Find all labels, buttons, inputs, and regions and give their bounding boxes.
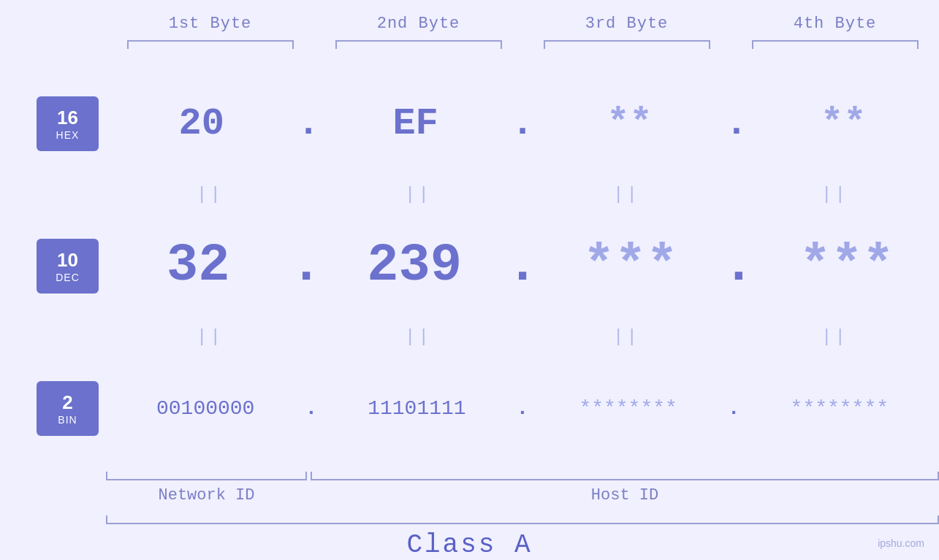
equals-cell-2-1: || <box>106 327 314 347</box>
equals-1-3: || <box>613 185 640 204</box>
equals-cell-1-2: || <box>314 185 522 204</box>
bin-dot1: . <box>305 397 317 420</box>
equals-cell-1-4: || <box>731 185 939 204</box>
bracket-cell-4 <box>731 40 939 49</box>
dec-badge-label: DEC <box>56 272 80 283</box>
bin-badge: 2 BIN <box>37 381 99 436</box>
hex-byte3-value: ** <box>607 102 652 145</box>
bin-dot2: . <box>517 397 529 420</box>
bracket-1 <box>127 40 294 49</box>
bin-byte3-cell: ******** <box>528 397 727 420</box>
bracket-3 <box>544 40 710 49</box>
top-bracket-row <box>0 40 939 49</box>
bottom-bracket-container <box>0 472 939 480</box>
hex-byte2-value: EF <box>392 102 438 145</box>
dec-byte3-value: *** <box>583 236 678 296</box>
host-id-label: Host ID <box>311 486 939 505</box>
network-id-label: Network ID <box>106 486 307 505</box>
equals-2-4: || <box>821 327 848 347</box>
dec-dot2: . <box>506 236 538 296</box>
class-label: Class A <box>406 530 532 560</box>
byte2-header: 2nd Byte <box>314 15 522 33</box>
equals-2-2: || <box>405 327 432 347</box>
equals-1-1: || <box>197 185 224 204</box>
equals-cell-2-2: || <box>314 327 522 347</box>
equals-2-1: || <box>197 327 224 347</box>
equals-cell-1-3: || <box>522 185 731 204</box>
equals-cell-1-1: || <box>106 185 314 204</box>
byte3-header: 3rd Byte <box>522 15 731 33</box>
class-bracket <box>106 515 939 524</box>
equals-cell-2-3: || <box>522 327 731 347</box>
bin-byte3-value: ******** <box>579 397 677 420</box>
equals-row-1: || || || || <box>0 185 939 204</box>
hex-badge-number: 16 <box>57 107 78 129</box>
byte-headers: 1st Byte 2nd Byte 3rd Byte 4th Byte <box>0 0 939 33</box>
equals-cell-2-4: || <box>731 327 939 347</box>
hex-badge: 16 HEX <box>37 96 99 151</box>
bin-badge-number: 2 <box>62 391 72 414</box>
bin-byte4-cell: ******** <box>740 397 939 420</box>
bracket-2 <box>335 40 502 49</box>
bin-values: 00100000 . 11101111 . ******** . *******… <box>106 397 939 420</box>
bracket-4 <box>752 40 919 49</box>
dec-byte2-value: 239 <box>367 236 462 296</box>
dec-dot3: . <box>723 236 754 296</box>
hex-values: 20 . EF . ** . ** <box>106 102 939 145</box>
dec-values: 32 . 239 . *** . *** <box>106 236 939 296</box>
byte4-header: 4th Byte <box>731 15 939 33</box>
dec-badge: 10 DEC <box>37 239 99 294</box>
bracket-cell-1 <box>106 40 314 49</box>
dec-badge-number: 10 <box>57 249 78 272</box>
class-label-row: Class A <box>0 530 939 560</box>
hex-data-row: 16 HEX 20 . EF . ** . ** <box>0 64 939 183</box>
hex-badge-label: HEX <box>56 129 80 141</box>
hex-dot1: . <box>297 102 320 145</box>
bin-byte2-value: 11101111 <box>368 397 465 420</box>
dec-byte4-value: *** <box>799 236 894 296</box>
host-id-bracket <box>311 472 939 480</box>
class-bracket-row <box>0 515 939 524</box>
hex-byte2-cell: EF <box>320 102 512 145</box>
bin-byte2-cell: 11101111 <box>317 397 516 420</box>
bin-dot3: . <box>728 397 740 420</box>
bin-byte1-value: 00100000 <box>156 397 254 420</box>
network-id-bracket <box>106 472 307 480</box>
hex-byte4-value: ** <box>821 102 866 145</box>
dec-byte1-value: 32 <box>167 236 229 296</box>
dec-dot1: . <box>291 236 322 296</box>
hex-byte1-cell: 20 <box>106 102 297 145</box>
dec-byte4-cell: *** <box>754 236 939 296</box>
equals-2-3: || <box>613 327 640 347</box>
hex-dot2: . <box>511 102 533 145</box>
equals-1-2: || <box>405 185 432 204</box>
watermark: ipshu.com <box>878 537 924 549</box>
dec-data-row: 10 DEC 32 . 239 . *** . *** <box>0 206 939 326</box>
bin-data-row: 2 BIN 00100000 . 11101111 . ******** . *… <box>0 348 939 468</box>
byte1-header: 1st Byte <box>106 15 314 33</box>
hex-dot3: . <box>725 102 748 145</box>
hex-byte1-value: 20 <box>179 102 224 145</box>
equals-1-4: || <box>821 185 848 204</box>
dec-byte2-cell: 239 <box>322 236 507 296</box>
page-container: 1st Byte 2nd Byte 3rd Byte 4th Byte 16 H… <box>0 0 939 560</box>
bracket-cell-2 <box>314 40 522 49</box>
hex-byte3-cell: ** <box>534 102 726 145</box>
dec-byte1-cell: 32 <box>106 236 291 296</box>
bin-byte4-value: ******** <box>791 397 889 420</box>
bin-byte1-cell: 00100000 <box>106 397 305 420</box>
hex-byte4-cell: ** <box>748 102 939 145</box>
equals-row-2: || || || || <box>0 327 939 347</box>
bracket-cell-3 <box>522 40 731 49</box>
id-labels-row: Network ID Host ID <box>0 486 939 505</box>
bin-badge-label: BIN <box>58 414 77 426</box>
dec-byte3-cell: *** <box>539 236 723 296</box>
